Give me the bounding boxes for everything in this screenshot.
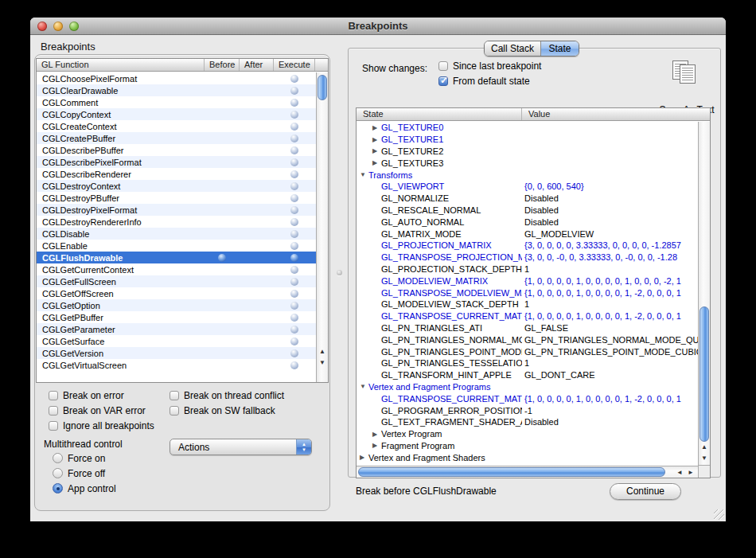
state-row[interactable]: GL_TRANSFORM_HINT_APPLEGL_DONT_CARE <box>357 369 698 381</box>
state-row[interactable]: GL_TRANSPOSE_CURRENT_MATRI{1, 0, 0, 0, 0… <box>357 392 698 404</box>
gl-function-row[interactable]: CGLDestroyPixelFormat <box>37 204 316 216</box>
column-header-state[interactable]: State <box>357 108 522 120</box>
execute-breakpoint-orb-icon[interactable] <box>290 111 298 119</box>
execute-breakpoint-orb-icon[interactable] <box>290 266 298 274</box>
execute-breakpoint-orb-icon[interactable] <box>290 218 298 226</box>
scroll-down-arrow-icon[interactable]: ▼ <box>317 357 328 368</box>
gl-function-row[interactable]: CGLGetFullScreen <box>37 275 316 287</box>
execute-breakpoint-orb-icon[interactable] <box>290 302 298 310</box>
gl-function-row[interactable]: CGLDestroyRendererInfo <box>37 216 316 228</box>
state-row[interactable]: GL_TEXT_FRAGMENT_SHADER_ATDisabled <box>357 416 698 428</box>
gl-function-row[interactable]: CGLDescribeRenderer <box>37 168 316 180</box>
function-list-vertical-scrollbar[interactable]: ▲ ▼ <box>316 72 328 382</box>
execute-breakpoint-cell[interactable] <box>274 111 315 119</box>
checkbox-break-on-var-error[interactable] <box>49 406 58 416</box>
state-row[interactable]: GL_VIEWPORT{0, 0, 600, 540} <box>357 181 698 193</box>
gl-function-row[interactable]: CGLGetVersion <box>37 347 316 359</box>
execute-breakpoint-cell[interactable] <box>274 135 315 142</box>
gl-function-row[interactable]: CGLGetParameter <box>37 323 316 335</box>
state-row[interactable]: GL_MODELVIEW_STACK_DEPTH1 <box>357 299 698 310</box>
execute-breakpoint-orb-icon[interactable] <box>290 338 298 345</box>
radio-app-control[interactable] <box>53 483 63 494</box>
state-row[interactable]: GL_TRANSPOSE_CURRENT_MATRI{1, 0, 0, 0, 0… <box>357 310 698 322</box>
state-row[interactable]: GL_PN_TRIANGLES_TESSELATION_1 <box>357 357 698 369</box>
state-row[interactable]: ▶GL_TEXTURE3 <box>357 157 698 169</box>
tab-call-stack[interactable]: Call Stack <box>485 41 541 56</box>
execute-breakpoint-cell[interactable] <box>274 206 315 214</box>
disclosure-collapsed-icon[interactable]: ▶ <box>372 124 381 131</box>
gl-function-row[interactable]: CGLGetPBuffer <box>37 311 316 323</box>
gl-function-row[interactable]: CGLDescribePixelFormat <box>37 156 316 168</box>
state-row[interactable]: GL_RESCALE_NORMALDisabled <box>357 205 698 217</box>
execute-breakpoint-orb-icon[interactable] <box>290 242 298 250</box>
before-breakpoint-orb-icon[interactable] <box>218 254 226 262</box>
execute-breakpoint-cell[interactable] <box>274 290 315 298</box>
disclosure-expanded-icon[interactable]: ▼ <box>360 383 368 390</box>
checkbox-since-last-breakpoint[interactable] <box>438 61 448 71</box>
execute-breakpoint-cell[interactable] <box>274 158 315 166</box>
disclosure-collapsed-icon[interactable]: ▶ <box>372 136 381 143</box>
radio-force-off[interactable] <box>53 468 63 478</box>
execute-breakpoint-cell[interactable] <box>274 75 315 83</box>
radio-force-on[interactable] <box>53 453 63 463</box>
execute-breakpoint-cell[interactable] <box>274 87 315 95</box>
state-row[interactable]: GL_MATRIX_MODEGL_MODELVIEW <box>357 228 698 240</box>
gl-function-list-header[interactable]: GL Function Before After Execute <box>37 59 328 72</box>
state-table-body[interactable]: ▶GL_TEXTURE0▶GL_TEXTURE1▶GL_TEXTURE2▶GL_… <box>357 122 698 465</box>
execute-breakpoint-cell[interactable] <box>274 278 315 286</box>
execute-breakpoint-orb-icon[interactable] <box>290 290 298 298</box>
gl-function-row[interactable]: CGLEnable <box>37 240 316 252</box>
execute-breakpoint-orb-icon[interactable] <box>290 206 298 214</box>
execute-breakpoint-cell[interactable] <box>274 99 315 107</box>
execute-breakpoint-cell[interactable] <box>274 326 315 334</box>
execute-breakpoint-cell[interactable] <box>274 314 315 322</box>
state-row[interactable]: GL_PROGRAM_ERROR_POSITION_A-1 <box>357 404 698 416</box>
execute-breakpoint-orb-icon[interactable] <box>290 99 298 107</box>
gl-function-row[interactable]: CGLComment <box>37 96 316 108</box>
execute-breakpoint-cell[interactable] <box>274 302 315 310</box>
state-row[interactable]: ▼Vertex and Fragment Programs <box>357 381 698 393</box>
gl-function-list-body[interactable]: CGLChoosePixelFormatCGLClearDrawableCGLC… <box>37 72 316 382</box>
gl-function-row[interactable]: CGLCreatePBuffer <box>37 132 316 144</box>
execute-breakpoint-cell[interactable] <box>274 242 315 250</box>
column-header-execute[interactable]: Execute <box>274 59 315 71</box>
scrollbar-thumb[interactable] <box>358 467 665 477</box>
scroll-up-arrow-icon[interactable]: ▲ <box>699 442 710 452</box>
execute-breakpoint-cell[interactable] <box>274 361 315 369</box>
tab-state[interactable]: State <box>541 41 579 56</box>
execute-breakpoint-cell[interactable] <box>274 254 315 262</box>
execute-breakpoint-orb-icon[interactable] <box>290 278 298 286</box>
disclosure-collapsed-icon[interactable]: ▶ <box>372 159 381 166</box>
gl-function-row[interactable]: CGLGetSurface <box>37 335 316 347</box>
execute-breakpoint-orb-icon[interactable] <box>290 182 298 190</box>
execute-breakpoint-cell[interactable] <box>274 146 315 154</box>
execute-breakpoint-cell[interactable] <box>274 182 315 190</box>
scroll-up-arrow-icon[interactable]: ▲ <box>317 346 328 357</box>
gl-function-row[interactable]: CGLGetVirtualScreen <box>37 359 316 371</box>
gl-function-row[interactable]: CGLGetOffScreen <box>37 287 316 299</box>
state-row[interactable]: GL_PROJECTION_STACK_DEPTH1 <box>357 263 698 275</box>
state-row[interactable]: GL_TRANSPOSE_MODELVIEW_MAT{1, 0, 0, 0, 0… <box>357 287 698 299</box>
splitter-dimple[interactable] <box>337 270 342 275</box>
execute-breakpoint-orb-icon[interactable] <box>290 135 298 142</box>
execute-breakpoint-cell[interactable] <box>274 170 315 178</box>
execute-breakpoint-orb-icon[interactable] <box>290 170 298 178</box>
column-header-before[interactable]: Before <box>205 59 240 71</box>
gl-function-row[interactable]: CGLGetOption <box>37 299 316 311</box>
execute-breakpoint-orb-icon[interactable] <box>290 123 298 131</box>
state-row[interactable]: ▶Vertex Program <box>357 428 698 440</box>
disclosure-collapsed-icon[interactable]: ▶ <box>372 147 381 154</box>
execute-breakpoint-cell[interactable] <box>274 218 315 226</box>
state-row[interactable]: GL_TRANSPOSE_PROJECTION_MAT{3, 0, 0, -0,… <box>357 252 698 263</box>
before-breakpoint-cell[interactable] <box>205 254 240 262</box>
gl-function-row[interactable]: CGLChoosePixelFormat <box>37 72 316 84</box>
state-table-horizontal-scrollbar[interactable]: ◄ ► <box>357 466 698 478</box>
checkbox-ignore-all-breakpoints[interactable] <box>49 421 58 431</box>
state-row[interactable]: GL_PN_TRIANGLES_NORMAL_MODGL_PN_TRIANGLE… <box>357 334 698 345</box>
state-row[interactable]: GL_NORMALIZEDisabled <box>357 193 698 205</box>
state-row[interactable]: GL_PN_TRIANGLES_ATIGL_FALSE <box>357 322 698 334</box>
execute-breakpoint-orb-icon[interactable] <box>290 146 298 154</box>
execute-breakpoint-cell[interactable] <box>274 338 315 345</box>
gl-function-row[interactable]: CGLDisable <box>37 228 316 240</box>
gl-function-row[interactable]: CGLCopyContext <box>37 108 316 120</box>
